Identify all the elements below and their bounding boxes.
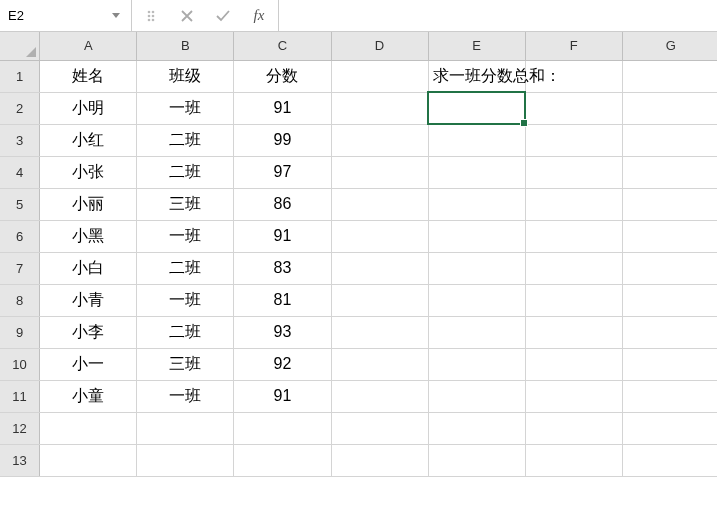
cell-C3[interactable]: 99 [234, 124, 331, 156]
cell-A7[interactable]: 小白 [40, 252, 137, 284]
cell-D13[interactable] [331, 444, 428, 476]
cell-D6[interactable] [331, 220, 428, 252]
cell-A4[interactable]: 小张 [40, 156, 137, 188]
cell-C10[interactable]: 92 [234, 348, 331, 380]
cell-B12[interactable] [137, 412, 234, 444]
cell-E4[interactable] [428, 156, 525, 188]
cell-F3[interactable] [525, 124, 622, 156]
cell-F10[interactable] [525, 348, 622, 380]
col-head-F[interactable]: F [525, 32, 622, 60]
cell-G1[interactable] [622, 60, 717, 92]
row-head-6[interactable]: 6 [0, 220, 40, 252]
cell-G10[interactable] [622, 348, 717, 380]
cell-B3[interactable]: 二班 [137, 124, 234, 156]
row-head-1[interactable]: 1 [0, 60, 40, 92]
cell-A8[interactable]: 小青 [40, 284, 137, 316]
cell-F8[interactable] [525, 284, 622, 316]
name-box[interactable]: E2 [0, 0, 132, 31]
cell-G13[interactable] [622, 444, 717, 476]
cell-A10[interactable]: 小一 [40, 348, 137, 380]
row-head-13[interactable]: 13 [0, 444, 40, 476]
cell-F13[interactable] [525, 444, 622, 476]
cell-F5[interactable] [525, 188, 622, 220]
cell-C4[interactable]: 97 [234, 156, 331, 188]
cell-E7[interactable] [428, 252, 525, 284]
cell-E1[interactable]: 求一班分数总和： [428, 60, 525, 92]
cell-B8[interactable]: 一班 [137, 284, 234, 316]
cell-A1[interactable]: 姓名 [40, 60, 137, 92]
row-head-5[interactable]: 5 [0, 188, 40, 220]
cell-B4[interactable]: 二班 [137, 156, 234, 188]
col-head-D[interactable]: D [331, 32, 428, 60]
cell-B5[interactable]: 三班 [137, 188, 234, 220]
cancel-icon[interactable] [174, 5, 200, 27]
cell-D9[interactable] [331, 316, 428, 348]
cell-D8[interactable] [331, 284, 428, 316]
col-head-G[interactable]: G [622, 32, 717, 60]
cell-E2[interactable] [428, 92, 525, 124]
row-head-9[interactable]: 9 [0, 316, 40, 348]
cell-D4[interactable] [331, 156, 428, 188]
cell-G11[interactable] [622, 380, 717, 412]
cell-F12[interactable] [525, 412, 622, 444]
cell-F7[interactable] [525, 252, 622, 284]
cell-B9[interactable]: 二班 [137, 316, 234, 348]
formula-input[interactable] [279, 0, 717, 31]
confirm-icon[interactable] [210, 5, 236, 27]
cell-A9[interactable]: 小李 [40, 316, 137, 348]
cell-G8[interactable] [622, 284, 717, 316]
cell-C9[interactable]: 93 [234, 316, 331, 348]
cell-E10[interactable] [428, 348, 525, 380]
cell-B11[interactable]: 一班 [137, 380, 234, 412]
cell-C8[interactable]: 81 [234, 284, 331, 316]
cell-F2[interactable] [525, 92, 622, 124]
cell-D3[interactable] [331, 124, 428, 156]
cell-B6[interactable]: 一班 [137, 220, 234, 252]
cell-B7[interactable]: 二班 [137, 252, 234, 284]
cell-D7[interactable] [331, 252, 428, 284]
cell-D10[interactable] [331, 348, 428, 380]
row-head-4[interactable]: 4 [0, 156, 40, 188]
cell-C12[interactable] [234, 412, 331, 444]
cell-D11[interactable] [331, 380, 428, 412]
cell-G7[interactable] [622, 252, 717, 284]
cell-G3[interactable] [622, 124, 717, 156]
cell-E9[interactable] [428, 316, 525, 348]
cell-A13[interactable] [40, 444, 137, 476]
cell-D2[interactable] [331, 92, 428, 124]
cell-C7[interactable]: 83 [234, 252, 331, 284]
col-head-E[interactable]: E [428, 32, 525, 60]
cell-E12[interactable] [428, 412, 525, 444]
cell-B2[interactable]: 一班 [137, 92, 234, 124]
cell-A5[interactable]: 小丽 [40, 188, 137, 220]
col-head-A[interactable]: A [40, 32, 137, 60]
cell-C2[interactable]: 91 [234, 92, 331, 124]
cell-A6[interactable]: 小黑 [40, 220, 137, 252]
cell-F6[interactable] [525, 220, 622, 252]
cell-E3[interactable] [428, 124, 525, 156]
row-head-7[interactable]: 7 [0, 252, 40, 284]
cell-B13[interactable] [137, 444, 234, 476]
cell-G2[interactable] [622, 92, 717, 124]
dots-icon[interactable] [138, 5, 164, 27]
cell-A11[interactable]: 小童 [40, 380, 137, 412]
chevron-down-icon[interactable] [109, 9, 123, 23]
cell-E8[interactable] [428, 284, 525, 316]
cell-E13[interactable] [428, 444, 525, 476]
cell-C11[interactable]: 91 [234, 380, 331, 412]
cell-A12[interactable] [40, 412, 137, 444]
row-head-8[interactable]: 8 [0, 284, 40, 316]
col-head-C[interactable]: C [234, 32, 331, 60]
select-all-corner[interactable] [0, 32, 40, 60]
cell-G9[interactable] [622, 316, 717, 348]
cell-E11[interactable] [428, 380, 525, 412]
cell-A3[interactable]: 小红 [40, 124, 137, 156]
cell-D12[interactable] [331, 412, 428, 444]
cell-F4[interactable] [525, 156, 622, 188]
cell-C13[interactable] [234, 444, 331, 476]
cell-D5[interactable] [331, 188, 428, 220]
cell-F9[interactable] [525, 316, 622, 348]
row-head-3[interactable]: 3 [0, 124, 40, 156]
cell-B1[interactable]: 班级 [137, 60, 234, 92]
cell-G4[interactable] [622, 156, 717, 188]
